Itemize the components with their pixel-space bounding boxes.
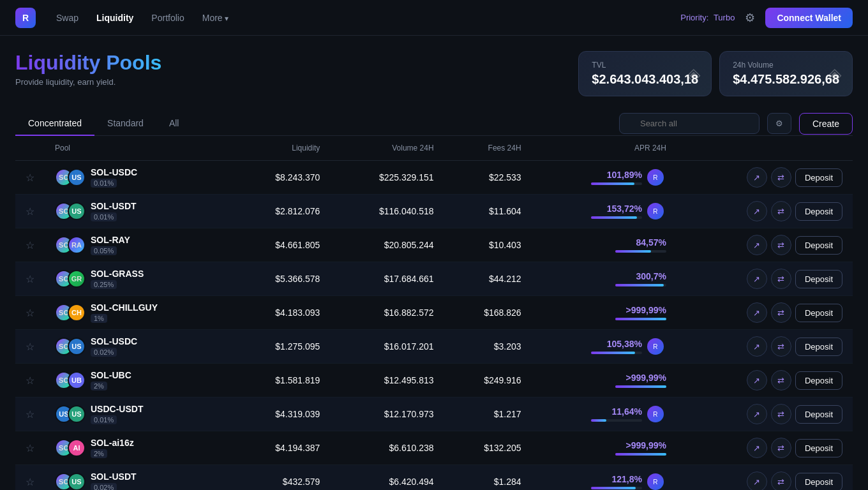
table-row: ☆ SO RA SOL-RAY 0.05% $4.661.805 $20.805… — [15, 228, 853, 262]
chart-button[interactable]: ↗ — [747, 167, 767, 188]
apr-value: 105,38% — [591, 339, 642, 349]
swap-button[interactable]: ⇄ — [771, 438, 791, 458]
deposit-button[interactable]: Deposit — [795, 439, 842, 457]
apr-value: >999,99% — [615, 373, 666, 383]
apr-bar — [591, 182, 634, 185]
tab-concentrated[interactable]: Concentrated — [15, 112, 94, 136]
fees-cell: $168.826 — [444, 296, 532, 330]
raydium-icon: R — [647, 473, 664, 490]
pool-fee: 0.02% — [91, 348, 117, 357]
chart-button[interactable]: ↗ — [747, 269, 767, 289]
nav-liquidity[interactable]: Liquidity — [96, 13, 133, 23]
volume-cell: $6.610.238 — [330, 431, 444, 465]
apr-bar-bg — [591, 216, 642, 219]
apr-value: 153,72% — [591, 204, 642, 214]
pool-cell: SO RA SOL-RAY 0.05% — [55, 235, 221, 255]
chart-button[interactable]: ↗ — [747, 471, 767, 490]
swap-button[interactable]: ⇄ — [771, 167, 791, 188]
deposit-button[interactable]: Deposit — [795, 304, 842, 322]
apr-bar-bg — [591, 182, 642, 185]
pool-icons: SO US — [55, 473, 86, 490]
favorite-button[interactable]: ☆ — [26, 239, 34, 251]
swap-button[interactable]: ⇄ — [771, 370, 791, 390]
fees-cell: $22.533 — [444, 161, 532, 195]
apr-value: >999,99% — [615, 440, 666, 450]
favorite-button[interactable]: ☆ — [26, 273, 34, 285]
fees-cell: $3.203 — [444, 330, 532, 364]
swap-button[interactable]: ⇄ — [771, 336, 791, 357]
chart-button[interactable]: ↗ — [747, 370, 767, 390]
volume-cell: $20.805.244 — [330, 228, 444, 262]
favorite-button[interactable]: ☆ — [26, 408, 34, 420]
nav-portfolio[interactable]: Portfolio — [151, 13, 184, 23]
apr-value-wrap: 101,89% — [591, 170, 642, 185]
deposit-button[interactable]: Deposit — [795, 202, 842, 221]
apr-bar-bg — [615, 318, 666, 320]
pool-icons: SO US — [55, 338, 86, 355]
settings-button[interactable]: ⚙ — [745, 11, 755, 25]
deposit-button[interactable]: Deposit — [795, 270, 842, 288]
apr-value: 101,89% — [591, 170, 642, 180]
col-volume: Volume 24H — [330, 136, 444, 161]
volume-cell: $116.040.518 — [330, 195, 444, 228]
apr-bar — [591, 419, 606, 422]
chart-button[interactable]: ↗ — [747, 302, 767, 323]
deposit-button[interactable]: Deposit — [795, 371, 842, 390]
chart-button[interactable]: ↗ — [747, 235, 767, 255]
favorite-button[interactable]: ☆ — [26, 205, 34, 218]
nav-swap[interactable]: Swap — [56, 13, 79, 23]
favorite-button[interactable]: ☆ — [26, 375, 34, 387]
pool-cell: SO CH SOL-CHILLGUY 1% — [55, 302, 221, 323]
deposit-button[interactable]: Deposit — [795, 473, 842, 491]
tab-standard[interactable]: Standard — [94, 112, 156, 136]
volume-cell: $225.329.151 — [330, 161, 444, 195]
liquidity-cell: $5.366.578 — [232, 262, 331, 296]
raydium-icon: R — [647, 406, 664, 422]
volume-card: 24h Volume $4.475.582.926,68 ◈ — [719, 51, 853, 96]
create-pool-button[interactable]: Create — [799, 113, 853, 135]
deposit-button[interactable]: Deposit — [795, 236, 842, 255]
pool-icons: SO US — [55, 168, 86, 186]
deposit-button[interactable]: Deposit — [795, 168, 842, 187]
swap-button[interactable]: ⇄ — [771, 404, 791, 424]
favorite-button[interactable]: ☆ — [26, 442, 34, 454]
fees-cell: $11.604 — [444, 195, 532, 228]
swap-button[interactable]: ⇄ — [771, 269, 791, 289]
apr-value: >999,99% — [615, 305, 666, 315]
tab-all[interactable]: All — [156, 112, 192, 136]
pool-fee: 0.01% — [91, 415, 117, 424]
liquidity-cell: $4.319.039 — [232, 397, 331, 431]
connect-wallet-button[interactable]: Connect Wallet — [765, 8, 853, 28]
header-row: Liquidity Pools Provide liquidity, earn … — [15, 51, 853, 96]
search-input[interactable] — [619, 113, 760, 134]
nav-more[interactable]: More — [202, 13, 228, 23]
table-row: ☆ US US USDC-USDT 0.01% $4.319.039 $12.1… — [15, 397, 853, 431]
chart-button[interactable]: ↗ — [747, 336, 767, 357]
pool-icons: SO AI — [55, 439, 86, 457]
favorite-button[interactable]: ☆ — [26, 341, 34, 353]
chart-button[interactable]: ↗ — [747, 404, 767, 424]
favorite-button[interactable]: ☆ — [26, 172, 34, 184]
deposit-button[interactable]: Deposit — [795, 338, 842, 356]
apr-bar — [615, 453, 666, 456]
swap-button[interactable]: ⇄ — [771, 201, 791, 221]
pool-name: SOL-GRASS — [91, 269, 144, 279]
swap-button[interactable]: ⇄ — [771, 302, 791, 323]
fees-cell: $1.217 — [444, 397, 532, 431]
deposit-button[interactable]: Deposit — [795, 405, 842, 424]
favorite-button[interactable]: ☆ — [26, 476, 34, 488]
filter-button[interactable]: ⚙ — [767, 113, 791, 134]
apr-value: 11,64% — [591, 406, 642, 417]
chart-button[interactable]: ↗ — [747, 201, 767, 221]
page-header: Liquidity Pools Provide liquidity, earn … — [15, 51, 161, 87]
swap-button[interactable]: ⇄ — [771, 235, 791, 255]
favorite-button[interactable]: ☆ — [26, 307, 34, 319]
token2-icon: US — [68, 473, 86, 490]
volume-cell: $12.170.973 — [330, 397, 444, 431]
apr-value-wrap: >999,99% — [615, 373, 666, 388]
liquidity-cell: $4.194.387 — [232, 431, 331, 465]
volume-cell: $16.017.201 — [330, 330, 444, 364]
chart-button[interactable]: ↗ — [747, 438, 767, 458]
swap-button[interactable]: ⇄ — [771, 471, 791, 490]
page-subtitle: Provide liquidity, earn yield. — [15, 77, 161, 87]
